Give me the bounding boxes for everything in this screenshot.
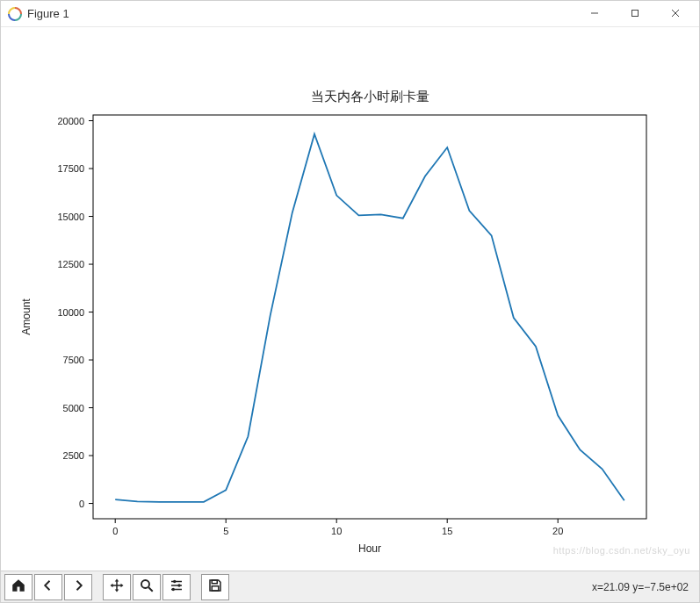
svg-point-20 [141,580,149,588]
move-icon [109,578,125,596]
y-tick-label: 0 [79,499,84,509]
y-tick-label: 2500 [63,450,84,461]
y-axis-label: Amount [20,298,32,335]
plot-area[interactable]: 当天内各小时刷卡量05101520Hour0250050007500100001… [1,27,699,571]
y-tick-label: 17500 [57,163,84,174]
pan-button[interactable] [103,574,131,600]
svg-point-27 [172,588,175,591]
cursor-coordinates: x=21.09 y=−7.5e+02 [592,581,696,593]
data-line [115,134,624,502]
figure-window: Figure 1 当天内各小时刷卡量05101520Hour0250050007… [0,0,700,603]
svg-rect-29 [212,586,219,591]
close-button[interactable] [655,1,696,27]
app-icon [8,7,22,21]
y-tick-label: 7500 [63,355,84,365]
configure-button[interactable] [162,574,191,600]
x-axis-label: Hour [358,542,381,555]
minimize-icon [590,8,599,20]
title-bar: Figure 1 [1,1,699,27]
sliders-icon [169,578,184,596]
svg-point-23 [173,580,176,583]
maximize-icon [631,8,639,20]
y-tick-label: 12500 [57,259,84,269]
svg-rect-28 [212,580,217,584]
svg-point-25 [177,584,180,586]
y-tick-label: 15000 [57,212,84,222]
chart-title: 当天内各小时刷卡量 [311,89,429,104]
y-tick-label: 20000 [57,116,84,126]
arrow-left-icon [40,578,56,596]
zoom-icon [139,578,155,596]
x-tick-label: 20 [552,526,563,536]
svg-rect-5 [93,115,646,519]
x-tick-label: 0 [112,526,118,536]
line-chart: 当天内各小时刷卡量05101520Hour0250050007500100001… [1,27,699,571]
home-icon [11,578,26,596]
maximize-button[interactable] [615,1,655,27]
minimize-button[interactable] [574,1,615,27]
svg-rect-2 [632,10,639,16]
x-tick-label: 10 [331,526,342,536]
zoom-button[interactable] [133,574,161,600]
y-tick-label: 5000 [63,403,84,413]
y-tick-label: 10000 [57,307,84,318]
x-tick-label: 15 [442,526,452,536]
save-button[interactable] [201,574,229,600]
close-icon [671,8,680,20]
save-icon [207,578,223,596]
x-tick-label: 5 [223,526,228,536]
home-button[interactable] [4,574,32,600]
svg-line-21 [148,587,153,592]
window-title: Figure 1 [27,7,69,20]
matplotlib-toolbar: x=21.09 y=−7.5e+02 [1,571,699,602]
arrow-right-icon [70,578,86,596]
back-button[interactable] [34,574,62,600]
forward-button[interactable] [64,574,92,600]
